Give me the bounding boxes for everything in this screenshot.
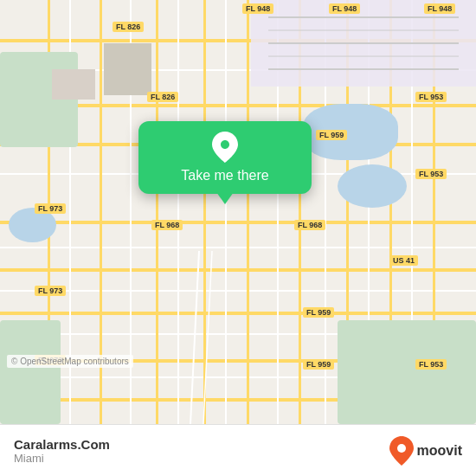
water-3 — [338, 164, 407, 208]
moovit-pin-icon — [389, 436, 414, 466]
bottom-left-section: Caralarms.Com Miami — [14, 437, 110, 465]
app-name: Caralarms.Com — [14, 437, 110, 452]
location-pin-icon — [209, 132, 241, 163]
road-label-fl953-1: FL 953 — [415, 92, 447, 102]
map-attribution: © OpenStreetMap contributors — [7, 355, 133, 368]
road-label-fl959-2: FL 959 — [303, 307, 334, 318]
bottom-bar: Caralarms.Com Miami moovit — [0, 424, 476, 476]
park-area-1 — [0, 52, 78, 147]
road-label-fl959-1: FL 959 — [316, 130, 347, 140]
road-label-fl968-1: FL 968 — [151, 220, 183, 230]
road-label-fl953-2: FL 953 — [415, 169, 447, 179]
road-label-fl948-3: FL 948 — [424, 3, 455, 14]
road-label-fl953-3: FL 953 — [415, 359, 447, 370]
map-container: FL 948 FL 948 FL 948 FL 826 FL 826 FL 95… — [0, 0, 476, 424]
svg-point-8 — [397, 444, 406, 453]
road-label-fl948-1: FL 948 — [242, 3, 273, 14]
road-label-fl973-2: FL 973 — [35, 286, 66, 296]
tooltip-text: Take me there — [181, 168, 268, 183]
park-area-3 — [338, 320, 476, 424]
road-label-fl973-1: FL 973 — [35, 203, 66, 214]
road-label-fl959-3: FL 959 — [303, 359, 334, 370]
park-area-2 — [0, 320, 61, 424]
moovit-text: moovit — [417, 443, 462, 459]
road-label-fl948-2: FL 948 — [329, 3, 360, 14]
road-label-fl968-2: FL 968 — [294, 220, 325, 230]
map-tooltip[interactable]: Take me there — [138, 121, 312, 194]
app-location: Miami — [14, 452, 110, 465]
road-label-fl826-2: FL 826 — [147, 92, 178, 102]
road-label-us41: US 41 — [389, 255, 418, 266]
block-1 — [52, 69, 95, 100]
block-2 — [104, 43, 151, 95]
moovit-logo[interactable]: moovit — [389, 436, 462, 466]
road-label-fl826-1: FL 826 — [113, 22, 144, 32]
